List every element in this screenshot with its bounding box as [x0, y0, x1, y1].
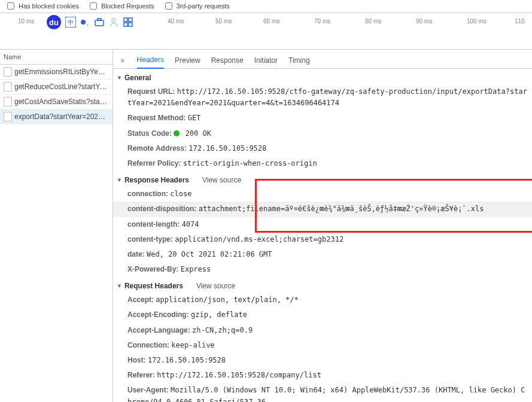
timeline-tick: 40 ms	[168, 18, 184, 25]
checkbox-blocked-cookies[interactable]	[7, 2, 14, 10]
header-row: Referrer Policy: strict-origin-when-cros…	[113, 156, 532, 171]
timeline-tick: 50 ms	[215, 18, 232, 25]
header-row: date: Wed, 20 Oct 2021 02:21:06 GMT	[113, 247, 532, 262]
header-row: Accept-Encoding: gzip, deflate	[113, 307, 532, 322]
header-value: close	[170, 190, 191, 198]
view-source-link[interactable]: View source	[196, 282, 235, 290]
file-icon	[4, 112, 12, 121]
header-key: Status Code:	[127, 129, 174, 138]
header-row: Host: 172.16.50.105:9528	[113, 353, 532, 368]
header-key: Referer:	[127, 371, 157, 379]
caret-down-icon: ▼	[117, 75, 122, 81]
briefcase-icon[interactable]	[94, 17, 105, 28]
header-key: content-length:	[127, 220, 182, 229]
timeline-tick: 100 ms	[467, 18, 487, 25]
header-row: Remote Address: 172.16.50.105:9528	[113, 141, 532, 156]
header-row: content-type: application/vnd.ms-excel;c…	[113, 232, 532, 247]
timeline-tick: 80 ms	[365, 18, 381, 25]
header-value: 172.16.50.105:9528	[148, 356, 226, 364]
header-key: connection:	[127, 190, 170, 198]
filter-bar: Has blocked cookies Blocked Requests 3rd…	[0, 0, 532, 13]
svg-rect-11	[124, 23, 127, 26]
header-key: Accept:	[127, 296, 156, 304]
translate-icon[interactable]: 中	[65, 17, 76, 28]
column-header-name[interactable]: Name	[0, 50, 113, 65]
view-source-link[interactable]: View source	[202, 176, 241, 184]
header-value: strict-origin-when-cross-origin	[183, 159, 317, 168]
request-row[interactable]: exportData?startYear=2021&...	[0, 109, 113, 124]
header-key: Accept-Language:	[127, 326, 192, 334]
svg-text:,: ,	[87, 19, 89, 27]
header-value: 4074	[182, 220, 199, 229]
header-row: User-Agent: Mozilla/5.0 (Windows NT 10.0…	[113, 383, 532, 402]
extension-toolbar: du 中 ,	[45, 13, 135, 31]
header-value: attachment;filename=äº¤é€šè¿⊠è¾"ä¾⊠ä¸šèŠ…	[199, 205, 484, 213]
header-value: application/vnd.ms-excel;charset=gb2312	[175, 235, 343, 243]
header-row: content-length: 4074	[113, 217, 532, 232]
header-key: Request URL:	[127, 87, 177, 96]
svg-point-8	[112, 19, 115, 22]
svg-rect-6	[95, 20, 104, 26]
header-value: keep-alive	[171, 341, 214, 349]
section-general[interactable]: ▼ General	[113, 69, 532, 84]
section-request-headers[interactable]: ▼ Request Headers View source	[113, 277, 532, 293]
header-value: 172.16.50.105:9528	[189, 144, 266, 153]
request-name: exportData?startYear=2021&...	[14, 112, 109, 121]
header-value: Mozilla/5.0 (Windows NT 10.0; Win64; x64…	[127, 386, 525, 402]
header-key: X-Powered-By:	[127, 265, 181, 273]
person-icon[interactable]	[108, 17, 119, 28]
header-value: zh-CN,zh;q=0.9	[192, 326, 253, 334]
filter-label: Blocked Requests	[101, 2, 154, 10]
baidu-icon[interactable]: du	[46, 14, 62, 30]
filter-blocked-cookies[interactable]: Has blocked cookies	[5, 1, 79, 11]
header-value: http://172.16.50.105:9528/company/list	[157, 371, 321, 379]
file-icon	[4, 67, 12, 77]
svg-text:du: du	[49, 18, 59, 27]
section-response-headers[interactable]: ▼ Response Headers View source	[113, 171, 532, 187]
grid-icon[interactable]	[123, 17, 133, 28]
header-row: Status Code: 200 OK	[113, 126, 532, 141]
header-value: Express	[181, 265, 211, 273]
header-value: 200 OK	[174, 129, 211, 138]
tab-initiator[interactable]: Initiator	[254, 54, 278, 68]
header-value: GET	[188, 114, 201, 122]
header-row: Accept-Language: zh-CN,zh;q=0.9	[113, 323, 532, 338]
network-timeline[interactable]: 10 ms 40 ms 50 ms 60 ms 70 ms 80 ms 90 m…	[0, 13, 532, 50]
request-list-panel: Name getEmmissionsRIListByYear?p...getRe…	[0, 50, 113, 402]
tab-preview[interactable]: Preview	[175, 54, 200, 68]
header-key: Request Method:	[127, 114, 188, 122]
header-row: Request URL: http://172.16.50.105:9528/c…	[113, 84, 532, 111]
header-value: http://172.16.50.105:9528/ctfo-gateway/z…	[127, 87, 527, 107]
header-value: application/json, text/plain, */*	[156, 296, 298, 304]
request-row[interactable]: getCostAndSaveStatis?startYe...	[0, 95, 113, 109]
tab-headers[interactable]: Headers	[137, 53, 164, 69]
header-key: Accept-Encoding:	[127, 310, 191, 319]
checkbox-third-party[interactable]	[165, 2, 172, 10]
svg-rect-9	[124, 18, 127, 22]
svg-rect-12	[129, 23, 132, 26]
filter-third-party[interactable]: 3rd-party requests	[163, 1, 230, 11]
header-key: User-Agent:	[127, 386, 171, 394]
request-name: getEmmissionsRIListByYear?p...	[14, 68, 109, 76]
header-key: content-type:	[127, 235, 175, 243]
tab-timing[interactable]: Timing	[288, 54, 310, 68]
header-row: Connection: keep-alive	[113, 338, 532, 353]
location-icon[interactable]: ,	[80, 17, 90, 28]
request-row[interactable]: getReduceCostLine?startYear...	[0, 80, 113, 95]
file-icon	[4, 97, 12, 106]
request-list[interactable]: getEmmissionsRIListByYear?p...getReduceC…	[0, 65, 113, 402]
details-panel: × Headers Preview Response Initiator Tim…	[113, 50, 532, 402]
close-icon[interactable]: ×	[119, 56, 126, 65]
caret-down-icon: ▼	[117, 177, 122, 183]
tab-response[interactable]: Response	[211, 54, 244, 68]
filter-label: Has blocked cookies	[19, 2, 79, 10]
checkbox-blocked-requests[interactable]	[90, 2, 97, 10]
timeline-tick: 110	[515, 18, 525, 25]
filter-blocked-requests[interactable]: Blocked Requests	[87, 1, 154, 11]
header-value: Wed, 20 Oct 2021 02:21:06 GMT	[147, 250, 272, 258]
section-title-text: Response Headers	[124, 176, 189, 184]
request-row[interactable]: getEmmissionsRIListByYear?p...	[0, 65, 113, 80]
header-row: Request Method: GET	[113, 111, 532, 126]
svg-rect-10	[129, 18, 132, 22]
timeline-tick: 90 ms	[416, 18, 432, 25]
